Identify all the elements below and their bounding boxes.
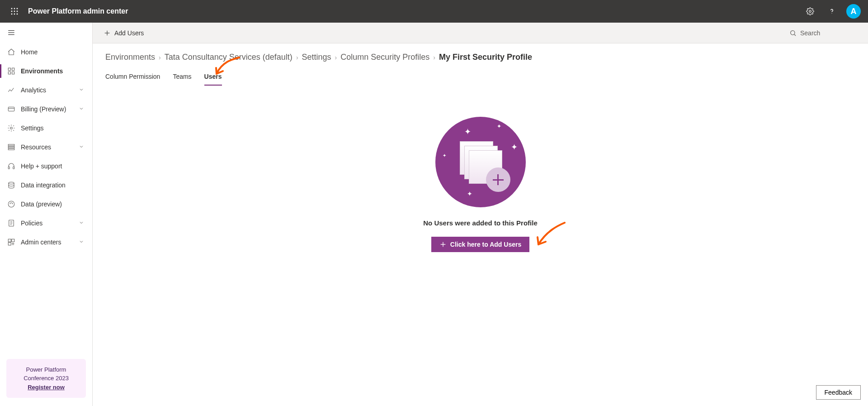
sidebar-item-label: Analytics bbox=[21, 86, 73, 94]
gear-icon bbox=[7, 124, 15, 132]
topbar: Power Platform admin center A bbox=[0, 0, 868, 23]
breadcrumb-separator-icon: › bbox=[296, 54, 298, 61]
sidebar-item-data-preview-[interactable]: Data (preview) bbox=[0, 195, 92, 214]
admin-icon bbox=[7, 238, 15, 246]
sidebar-item-label: Policies bbox=[21, 220, 73, 227]
empty-state-title: No Users were added to this Profile bbox=[423, 219, 538, 227]
breadcrumb-separator-icon: › bbox=[433, 54, 435, 61]
svg-rect-32 bbox=[8, 239, 11, 242]
sidebar-item-data-integration[interactable]: Data integration bbox=[0, 176, 92, 195]
svg-point-10 bbox=[831, 13, 832, 14]
svg-rect-34 bbox=[8, 243, 11, 245]
resources-icon bbox=[7, 143, 15, 151]
sidebar-item-label: Environments bbox=[21, 67, 85, 75]
sidebar-item-label: Data integration bbox=[21, 182, 85, 189]
svg-point-0 bbox=[11, 8, 13, 10]
topbar-title: Power Platform admin center bbox=[25, 7, 128, 15]
breadcrumb-item: My First Security Profile bbox=[439, 53, 532, 62]
svg-rect-14 bbox=[8, 68, 10, 70]
sidebar-item-help-support[interactable]: Help + support bbox=[0, 157, 92, 176]
sidebar-item-billing-preview-[interactable]: Billing (Preview) bbox=[0, 100, 92, 119]
empty-state: ✦ ✦ ✦ ✦ ✦ No Users were added to this Pr… bbox=[105, 117, 855, 252]
tabs: Column PermissionTeamsUsers bbox=[105, 70, 855, 86]
plus-badge-icon bbox=[486, 167, 510, 192]
add-users-label: Add Users bbox=[114, 29, 144, 37]
svg-point-8 bbox=[17, 14, 18, 15]
policies-icon bbox=[7, 219, 15, 227]
billing-icon bbox=[7, 105, 15, 113]
sidebar-item-analytics[interactable]: Analytics bbox=[0, 81, 92, 100]
annotation-arrow-cta bbox=[535, 221, 566, 249]
sidebar-item-label: Home bbox=[21, 48, 85, 56]
svg-rect-24 bbox=[8, 167, 9, 169]
svg-point-6 bbox=[11, 14, 13, 15]
breadcrumb-item[interactable]: Settings bbox=[302, 53, 331, 62]
sidebar-item-settings[interactable]: Settings bbox=[0, 119, 92, 138]
command-bar: Add Users Search bbox=[93, 23, 868, 43]
svg-point-5 bbox=[17, 11, 18, 12]
breadcrumb-item[interactable]: Tata Consultancy Services (default) bbox=[165, 53, 292, 62]
chevron-down-icon bbox=[79, 143, 85, 151]
breadcrumb-item[interactable]: Environments bbox=[105, 53, 155, 62]
promo-card: Power Platform Conference 2023 Register … bbox=[6, 359, 86, 398]
svg-rect-16 bbox=[8, 72, 10, 74]
chevron-down-icon bbox=[79, 239, 85, 246]
svg-rect-25 bbox=[13, 167, 14, 169]
tab-teams[interactable]: Teams bbox=[173, 70, 191, 86]
click-here-add-users-button[interactable]: Click here to Add Users bbox=[431, 237, 529, 252]
empty-state-illustration: ✦ ✦ ✦ ✦ ✦ bbox=[435, 117, 526, 207]
grid-icon bbox=[7, 67, 15, 75]
sidebar-item-label: Resources bbox=[21, 143, 73, 151]
sidebar-item-label: Settings bbox=[21, 124, 85, 132]
svg-rect-33 bbox=[12, 239, 14, 242]
promo-register-link[interactable]: Register now bbox=[11, 383, 81, 392]
tab-column-permission[interactable]: Column Permission bbox=[105, 70, 160, 86]
sidebar-item-label: Billing (Preview) bbox=[21, 105, 73, 113]
svg-point-2 bbox=[17, 8, 18, 10]
svg-point-4 bbox=[14, 11, 15, 12]
data-int-icon bbox=[7, 181, 15, 189]
settings-gear-icon[interactable] bbox=[799, 0, 821, 22]
svg-point-37 bbox=[791, 30, 795, 34]
sidebar-item-environments[interactable]: Environments bbox=[0, 62, 92, 81]
svg-rect-17 bbox=[12, 72, 14, 74]
svg-rect-21 bbox=[8, 144, 14, 146]
sidebar-item-admin-centers[interactable]: Admin centers bbox=[0, 233, 92, 252]
feedback-button[interactable]: Feedback bbox=[816, 385, 861, 400]
sidebar-item-label: Help + support bbox=[21, 162, 85, 170]
svg-point-26 bbox=[9, 182, 14, 184]
breadcrumb-separator-icon: › bbox=[335, 54, 337, 61]
search-placeholder: Search bbox=[800, 29, 820, 37]
sidebar-toggle[interactable] bbox=[0, 23, 92, 43]
sidebar: HomeEnvironmentsAnalyticsBilling (Previe… bbox=[0, 23, 93, 406]
headset-icon bbox=[7, 162, 15, 170]
svg-point-7 bbox=[14, 14, 15, 15]
sidebar-item-resources[interactable]: Resources bbox=[0, 138, 92, 157]
svg-rect-22 bbox=[8, 147, 14, 148]
svg-rect-15 bbox=[12, 68, 14, 70]
svg-point-1 bbox=[14, 8, 15, 10]
tab-users[interactable]: Users bbox=[204, 70, 222, 86]
svg-line-38 bbox=[794, 34, 796, 36]
breadcrumb: Environments›Tata Consultancy Services (… bbox=[105, 53, 855, 62]
svg-rect-23 bbox=[8, 148, 14, 150]
sidebar-item-home[interactable]: Home bbox=[0, 43, 92, 62]
app-launcher-icon[interactable] bbox=[4, 0, 25, 22]
home-icon bbox=[7, 48, 15, 56]
svg-point-9 bbox=[809, 10, 811, 13]
sidebar-item-label: Data (preview) bbox=[21, 201, 85, 208]
chevron-down-icon bbox=[79, 105, 85, 113]
user-avatar[interactable]: A bbox=[846, 4, 861, 19]
svg-rect-18 bbox=[8, 107, 14, 111]
svg-point-3 bbox=[11, 11, 13, 12]
search-box[interactable]: Search bbox=[789, 29, 857, 37]
add-users-button[interactable]: Add Users bbox=[104, 23, 144, 43]
promo-line1: Power Platform bbox=[11, 365, 81, 374]
breadcrumb-item[interactable]: Column Security Profiles bbox=[340, 53, 429, 62]
data-prev-icon bbox=[7, 200, 15, 208]
help-icon[interactable] bbox=[821, 0, 843, 22]
breadcrumb-separator-icon: › bbox=[159, 54, 161, 61]
promo-line2: Conference 2023 bbox=[11, 374, 81, 383]
sidebar-item-policies[interactable]: Policies bbox=[0, 214, 92, 233]
cta-label: Click here to Add Users bbox=[450, 241, 521, 248]
